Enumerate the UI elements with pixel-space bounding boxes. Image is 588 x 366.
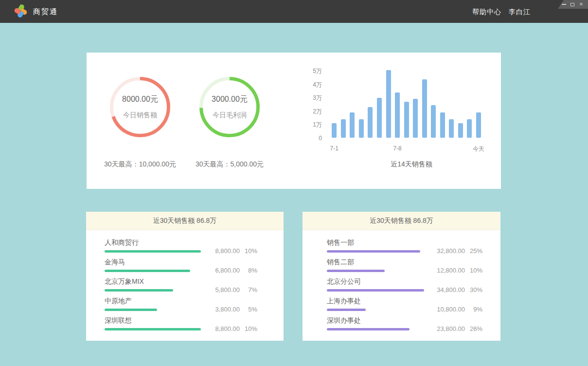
item-amount: 8,800.00 [205, 325, 240, 332]
window-controls: ✕ [558, 0, 588, 9]
close-icon: ✕ [579, 2, 583, 7]
item-value: 32,800.0025% [430, 247, 482, 255]
item-percent: 5% [240, 306, 257, 313]
item-name: 人和商贸行 [105, 239, 257, 246]
item-amount: 34,800.00 [430, 286, 465, 293]
progress-bar [327, 250, 420, 253]
list-item: 销售一部32,800.0025% [303, 239, 500, 258]
bar-column: 今天 [474, 71, 483, 138]
ring-center-text: 3000.00元 今日毛利润 [199, 77, 260, 137]
item-name: 上海办事处 [327, 297, 482, 305]
list-item: 销售二部12,800.0010% [303, 258, 500, 278]
item-name: 销售一部 [327, 239, 482, 246]
sales-bar [359, 119, 364, 138]
item-percent: 9% [465, 306, 482, 313]
departments-sales-card: 近30天销售额 86.8万 销售一部32,800.0025%销售二部12,800… [303, 212, 500, 341]
item-amount: 6,800.00 [205, 267, 240, 274]
item-name: 深圳办事处 [327, 317, 482, 324]
sales-bar [332, 123, 337, 138]
today-sales-value: 8000.00元 [122, 94, 158, 105]
item-value: 3,800.005% [205, 306, 257, 313]
sales-bar [440, 112, 445, 138]
item-amount: 10,800.00 [430, 306, 465, 313]
item-amount: 3,800.00 [205, 306, 240, 313]
item-name: 北京分公司 [327, 278, 482, 285]
y-axis-label: 4万 [313, 80, 322, 89]
overview-card: 8000.00元 今日销售额 30天最高：10,000.00元 3000.00元… [87, 53, 501, 189]
progress-bar [105, 309, 157, 311]
x-axis-label: 7-1 [330, 145, 339, 152]
item-name: 销售二部 [327, 258, 482, 266]
item-value: 23,800.0026% [430, 325, 482, 332]
list-item: 人和商贸行8,800.0010% [86, 239, 284, 258]
username-menu[interactable]: 李白江 [509, 8, 531, 17]
sales-bar [395, 92, 400, 138]
bar-column [438, 71, 447, 138]
y-axis-label: 3万 [313, 94, 322, 102]
list-item: 北京万象MIX5,800.007% [86, 278, 284, 297]
item-name: 北京万象MIX [105, 278, 257, 285]
y-axis-label: 1万 [313, 121, 322, 129]
bar-column [456, 71, 465, 138]
list-item: 上海办事处10,800.009% [303, 297, 500, 317]
customers-card-title: 近30天销售额 86.8万 [86, 212, 284, 230]
sales-bar [476, 112, 481, 138]
item-amount: 5,800.00 [205, 286, 240, 293]
list-item: 金海马6,800.008% [86, 258, 284, 278]
pinwheel-logo-icon [14, 4, 27, 18]
item-percent: 10% [465, 267, 482, 274]
item-amount: 32,800.00 [430, 247, 465, 255]
list-item: 北京分公司34,800.0030% [303, 278, 500, 297]
sales-bar [341, 119, 346, 138]
sales-bar [467, 119, 472, 138]
today-profit-label: 今日毛利润 [213, 111, 247, 120]
item-percent: 10% [240, 325, 257, 332]
maximize-button[interactable] [570, 1, 575, 7]
bar-column [348, 71, 357, 138]
help-center-link[interactable]: 帮助中心 [472, 8, 501, 17]
progress-bar [327, 270, 385, 272]
item-percent: 25% [465, 247, 482, 255]
sales-bar [422, 79, 427, 138]
item-amount: 12,800.00 [430, 267, 465, 274]
progress-bar [105, 328, 201, 330]
bar-column [429, 71, 438, 138]
y-axis-label: 5万 [313, 67, 322, 75]
item-percent: 10% [240, 247, 257, 255]
progress-bar [105, 250, 201, 253]
bar-column [384, 71, 393, 138]
ring-center-text: 8000.00元 今日销售额 [110, 77, 170, 137]
item-percent: 8% [240, 267, 257, 274]
sales-bar [377, 98, 382, 138]
bar-column: 7-8 [393, 71, 402, 138]
customers-sales-card: 近30天销售额 86.8万 人和商贸行8,800.0010%金海马6,800.0… [86, 212, 284, 341]
bar-column [402, 71, 411, 138]
list-item: 深圳办事处23,800.0026% [303, 317, 500, 336]
bar-column [375, 71, 384, 138]
sales-bar [404, 102, 409, 138]
bar-column [420, 71, 429, 138]
sales-bar [368, 107, 373, 138]
bar-column [366, 71, 375, 138]
item-amount: 8,800.00 [205, 247, 240, 255]
progress-bar [105, 289, 173, 292]
close-button[interactable]: ✕ [579, 1, 584, 7]
list-item: 中原地产3,800.005% [86, 297, 284, 317]
minimize-button[interactable] [561, 1, 566, 7]
item-value: 10,800.009% [430, 306, 482, 313]
titlebar: 商贸通 帮助中心 李白江 ✕ [0, 0, 588, 23]
item-name: 中原地产 [105, 297, 257, 305]
bar-column [411, 71, 420, 138]
item-value: 8,800.0010% [205, 325, 257, 332]
item-amount: 23,800.00 [430, 325, 465, 332]
today-sales-ring-chart: 8000.00元 今日销售额 [110, 77, 170, 137]
maximize-icon [570, 3, 574, 6]
item-value: 5,800.007% [205, 286, 257, 293]
y-axis-ticks: 5万4万3万2万1万0 [301, 53, 322, 189]
customers-card-body: 人和商贸行8,800.0010%金海马6,800.008%北京万象MIX5,80… [86, 230, 284, 336]
sales-bar [413, 99, 418, 138]
bar-column [339, 71, 348, 138]
sales-bar [386, 70, 391, 138]
sales-bar [350, 112, 355, 138]
app-window: 商贸通 帮助中心 李白江 ✕ 8000.00元 今日销售额 30天最高：10,0… [0, 0, 588, 366]
